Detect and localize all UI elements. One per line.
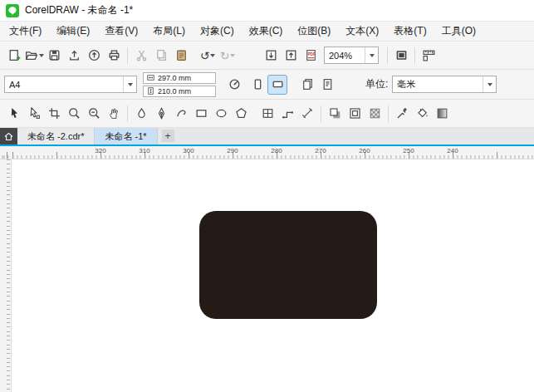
rectangle-tool-icon xyxy=(194,106,208,120)
graph-paper-tool-icon xyxy=(261,106,275,120)
menu-tools[interactable]: 工具(O) xyxy=(434,24,483,38)
horizontal-ruler[interactable]: 320310300290280270260250240 xyxy=(0,146,534,159)
interactive-fill-tool-button[interactable] xyxy=(432,104,452,124)
save-to-cloud-button[interactable] xyxy=(64,46,84,66)
print-button[interactable] xyxy=(104,46,124,66)
chevron-down-icon[interactable] xyxy=(210,54,215,57)
redo-button[interactable]: ↻ xyxy=(218,46,238,66)
pen-tool-button[interactable] xyxy=(151,104,171,124)
show-rulers-icon xyxy=(422,48,436,62)
height-arrow-icon xyxy=(146,86,155,96)
save-icon xyxy=(47,48,61,62)
freehand-tool-button[interactable] xyxy=(171,104,191,124)
open-button[interactable] xyxy=(24,46,44,66)
zoom-out-tool-button[interactable] xyxy=(84,104,104,124)
dimension-tool-button[interactable] xyxy=(297,104,317,124)
chevron-down-icon[interactable] xyxy=(365,47,378,63)
coreldraw-logo-icon xyxy=(6,4,19,17)
spacer xyxy=(191,55,198,56)
new-tab-button[interactable]: + xyxy=(162,130,174,142)
portrait-button[interactable] xyxy=(247,75,267,95)
contour-tool-button[interactable] xyxy=(345,104,365,124)
menu-text[interactable]: 文本(X) xyxy=(338,24,386,38)
full-screen-preview-button[interactable] xyxy=(391,46,411,66)
copy-button[interactable] xyxy=(151,46,171,66)
smart-fill-tool-button[interactable] xyxy=(412,104,432,124)
document-tab-doc-1[interactable]: 未命名 -1* xyxy=(95,128,157,145)
page-dimensions: 297.0 mm 210.0 mm xyxy=(143,72,216,97)
shape-tool-button[interactable] xyxy=(24,104,44,124)
pan-tool-button[interactable] xyxy=(104,104,124,124)
spacer xyxy=(287,84,297,85)
pen-tool-icon xyxy=(154,106,169,120)
pick-tool-button[interactable] xyxy=(4,104,24,124)
export-button[interactable] xyxy=(281,46,301,66)
rectangle-tool-button[interactable] xyxy=(191,104,211,124)
document-tab-doc-2[interactable]: 未命名 -2.cdr* xyxy=(17,128,95,145)
chevron-down-icon[interactable] xyxy=(123,76,136,92)
zoom-level-combo[interactable]: 204% xyxy=(324,47,379,64)
ellipse-tool-icon xyxy=(214,106,228,120)
current-page-button[interactable] xyxy=(317,75,337,95)
import-icon xyxy=(264,48,278,62)
paste-button[interactable] xyxy=(171,46,191,66)
undo-button[interactable]: ↺ xyxy=(198,46,218,66)
transparency-tool-button[interactable] xyxy=(365,104,385,124)
polygon-tool-icon xyxy=(234,106,248,120)
units-combo[interactable]: 毫米 xyxy=(392,76,497,93)
drop-shadow-tool-icon xyxy=(328,106,342,120)
import-button[interactable] xyxy=(261,46,281,66)
menu-layout[interactable]: 布局(L) xyxy=(145,24,193,38)
standard-toolbar: ↺↻PDF204% xyxy=(0,42,534,70)
menu-bitmaps[interactable]: 位图(B) xyxy=(290,24,338,38)
connector-tool-button[interactable] xyxy=(277,104,297,124)
save-to-cloud-icon xyxy=(67,48,81,62)
property-bar: A4 297.0 mm 210.0 mm 单位: 毫米 xyxy=(0,70,534,100)
page-height-field[interactable]: 210.0 mm xyxy=(143,86,216,97)
vertical-ruler[interactable] xyxy=(0,159,12,392)
graph-paper-tool-button[interactable] xyxy=(257,104,277,124)
separator xyxy=(387,47,388,64)
zoom-tool-button[interactable] xyxy=(64,104,84,124)
chevron-down-icon[interactable] xyxy=(230,54,235,57)
page-size-combo[interactable]: A4 xyxy=(4,76,137,93)
drawing-canvas[interactable] xyxy=(0,159,534,392)
landscape-button[interactable] xyxy=(267,75,287,95)
page-height-value: 210.0 mm xyxy=(158,87,191,96)
artistic-media-tool-button[interactable] xyxy=(131,104,151,124)
save-button[interactable] xyxy=(44,46,64,66)
interactive-fill-tool-icon xyxy=(435,106,449,120)
page-width-field[interactable]: 297.0 mm xyxy=(143,72,216,84)
cut-button[interactable] xyxy=(131,46,151,66)
drawn-rectangle[interactable] xyxy=(199,211,377,319)
zoom-out-tool-icon xyxy=(87,106,101,120)
menu-view[interactable]: 查看(V) xyxy=(97,24,145,38)
new-document-button[interactable] xyxy=(4,46,24,66)
publish-to-pdf-button[interactable]: PDF xyxy=(301,46,321,66)
all-pages-button[interactable] xyxy=(297,75,317,95)
show-rulers-button[interactable] xyxy=(419,46,438,66)
share-button[interactable] xyxy=(84,46,104,66)
current-page-icon xyxy=(321,77,335,91)
polygon-tool-button[interactable] xyxy=(231,104,251,124)
toolbox-bar xyxy=(0,100,534,128)
page-buttons xyxy=(224,75,365,95)
chevron-down-icon[interactable] xyxy=(483,76,496,92)
print-icon xyxy=(107,48,121,62)
menu-table[interactable]: 表格(T) xyxy=(386,24,434,38)
dimension-tool-icon xyxy=(301,106,315,120)
menu-file[interactable]: 文件(F) xyxy=(2,24,49,38)
crop-tool-button[interactable] xyxy=(44,104,64,124)
drawing-scale-button[interactable] xyxy=(224,75,244,95)
drop-shadow-tool-button[interactable] xyxy=(325,104,345,124)
color-eyedropper-tool-button[interactable] xyxy=(392,104,412,124)
spacer xyxy=(238,55,261,56)
ellipse-tool-button[interactable] xyxy=(211,104,231,124)
menu-edit[interactable]: 编辑(E) xyxy=(49,24,97,38)
home-icon xyxy=(3,131,14,142)
spacer xyxy=(251,113,257,114)
menu-object[interactable]: 对象(C) xyxy=(193,24,242,38)
copy-icon xyxy=(154,48,169,62)
menu-effects[interactable]: 效果(C) xyxy=(242,24,291,38)
home-tab-button[interactable] xyxy=(0,128,17,145)
